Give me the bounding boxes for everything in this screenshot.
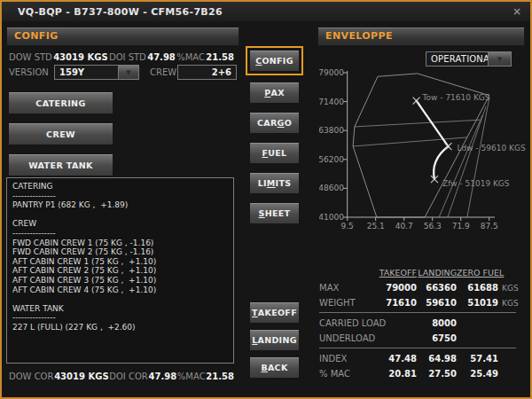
table-column-header: TAKEOFF (374, 268, 417, 278)
mac-cor-value: 21.58 (206, 372, 234, 381)
doi-std-label: DOI STD (109, 52, 146, 62)
weight-table: TAKEOFFLANDINGZERO FUELMAX79000663606168… (319, 266, 516, 381)
y-tick-label: 48600 (319, 184, 344, 192)
nav-button-landing[interactable]: LANDING (249, 329, 300, 351)
nav-button-takeoff[interactable]: TAKEOFF (249, 301, 300, 324)
chevron-down-icon[interactable]: ▼ (118, 66, 138, 79)
dow-cor-value: 43019 KGS (54, 372, 108, 381)
table-column-header: LANDING (417, 268, 457, 278)
table-row-label: % MAC (319, 369, 374, 379)
config-detail-line (12, 210, 228, 220)
chart-point-label-ldw: Ldw - 59610 KGS (458, 144, 526, 153)
table-row-label: WEIGHT (319, 298, 374, 308)
config-detail-line: WATER TANK (12, 304, 228, 314)
envelope-limit-line (439, 115, 482, 217)
table-row-label: INDEX (319, 354, 374, 364)
config-actions: CATERINGCREWWATER TANK (8, 91, 113, 184)
config-detail-line: CATERING (12, 182, 228, 192)
config-detail-line: AFT CABIN CREW 1 (75 KG , +1.10) (12, 257, 228, 267)
nav-button-cargo[interactable]: CARGO (249, 112, 300, 134)
doi-cor-label: DOI COR (109, 372, 148, 381)
config-detail-line: FWD CABIN CREW 1 (75 KG , -1.16) (12, 239, 228, 248)
chart-point-label-zfw: Zfw - 51019 KGS (442, 179, 510, 188)
table-row: UNDERLOAD6750 (319, 331, 516, 346)
table-row-label: CARRIED LOAD (319, 318, 374, 328)
table-header-row: TAKEOFFLANDINGZERO FUEL (319, 266, 516, 278)
config-detail-line: CREW (12, 219, 228, 229)
nav-button-pax[interactable]: PAX (249, 82, 300, 104)
table-cell: 51019 (457, 298, 498, 308)
table-cell: 66360 (417, 283, 457, 293)
envelope-limit-line (467, 98, 489, 217)
x-tick-label: 25.1 (367, 222, 385, 231)
config-detail-line: --------------- (12, 229, 228, 239)
nav-button-back[interactable]: BACK (249, 356, 300, 379)
table-cell: 64.98 (417, 354, 457, 364)
crew-label: CREW (150, 65, 176, 80)
table-column-header: ZERO FUEL (457, 268, 498, 278)
envelope-limit-line (448, 106, 486, 217)
titlebar: VQ-BQP - B737-800W - CFM56-7B26 × (2, 2, 530, 21)
config-detail-line: AFT CABIN CREW 4 (75 KG , +1.10) (12, 286, 228, 295)
table-unit: KGS (498, 284, 516, 293)
x-tick-label: 87.5 (481, 222, 498, 231)
crew-input[interactable]: 2+6 (177, 65, 237, 80)
table-row: INDEX47.4864.9857.41 (319, 351, 516, 366)
table-row: WEIGHT716105961051019KGS (319, 295, 516, 310)
table-row-label: UNDERLOAD (319, 333, 374, 343)
table-row: % MAC20.8127.5025.49 (319, 366, 516, 381)
dow-std-value: 43019 KGS (53, 52, 107, 62)
mac-std-label: %MAC (176, 52, 205, 62)
chevron-down-icon[interactable]: ▼ (488, 52, 511, 66)
doi-std-value: 47.98 (147, 52, 176, 62)
y-tick-label: 41000 (319, 213, 344, 222)
envelope-limit-line (355, 120, 480, 127)
chart-point-label-tow: Tow - 71610 KGS (422, 93, 490, 102)
envelope-chart: 4100048600562006380071400790009.525.140.… (319, 66, 528, 236)
config-detail-line: AFT CABIN CREW 2 (75 KG , +1.10) (12, 266, 228, 276)
nav-button-limits[interactable]: LIMITS (249, 172, 300, 194)
y-tick-label: 79000 (319, 68, 344, 77)
nav-button-config[interactable]: CONFIG (249, 50, 300, 72)
table-cell: 79000 (374, 283, 417, 293)
envelope-mode-dropdown[interactable]: OPERATIONAL ▼ (426, 51, 512, 66)
chart-point-marker-ldw (445, 143, 452, 150)
config-button-crew[interactable]: CREW (8, 122, 113, 145)
config-button-water-tank[interactable]: WATER TANK (8, 153, 113, 176)
config-panel-header: CONFIG (6, 27, 239, 46)
x-tick-label: 71.9 (452, 222, 470, 231)
version-crew-row: VERSION 159Y ▼ CREW 2+6 (2, 65, 243, 81)
close-icon[interactable]: × (512, 6, 521, 17)
config-stats-top: DOW STD 43019 KGS DOI STD 47.98 %MAC 21.… (9, 52, 234, 62)
x-tick-label: 40.7 (395, 222, 413, 231)
table-unit: KGS (498, 299, 516, 308)
table-row: MAX790006636061688KGS (319, 280, 516, 295)
table-cell: 47.48 (374, 354, 417, 364)
version-value: 159Y (55, 66, 118, 79)
config-detail-line: --------------- (12, 192, 228, 201)
nav-button-sheet[interactable]: SHEET (249, 202, 300, 224)
envelope-panel-header: ENVELOPPE (317, 27, 525, 46)
config-detail-line (12, 294, 228, 304)
table-cell: 6750 (417, 333, 457, 343)
app-window: VQ-BQP - B737-800W - CFM56-7B26 × CONFIG… (0, 0, 532, 399)
dow-std-label: DOW STD (9, 52, 52, 62)
y-tick-label: 56200 (319, 155, 344, 164)
version-dropdown[interactable]: 159Y ▼ (54, 65, 139, 80)
config-stats-bottom: DOW COR 43019 KGS DOI COR 47.98 %MAC 21.… (9, 372, 234, 381)
chart-point-marker-tow (413, 98, 420, 105)
config-detail-line: AFT CABIN CREW 3 (75 KG , +1.10) (12, 276, 228, 286)
mac-cor-label: %MAC (177, 372, 206, 381)
y-tick-label: 71400 (319, 98, 344, 106)
config-detail-line: 227 L (FULL) (227 KG , +2.60) (12, 323, 228, 332)
mac-std-value: 21.58 (206, 52, 234, 62)
envelope-mode-value: OPERATIONAL (426, 52, 488, 66)
config-detail-line: --------------- (12, 313, 228, 323)
window-title: VQ-BQP - B737-800W - CFM56-7B26 (18, 6, 223, 18)
config-button-catering[interactable]: CATERING (8, 91, 113, 114)
x-tick-label: 9.5 (341, 222, 354, 231)
config-detail-box: CATERING---------------PANTRY P1 (682 KG… (6, 177, 234, 364)
table-row: CARRIED LOAD8000 (319, 316, 516, 331)
nav-button-fuel[interactable]: FUEL (249, 142, 300, 164)
y-tick-label: 63800 (319, 126, 344, 135)
